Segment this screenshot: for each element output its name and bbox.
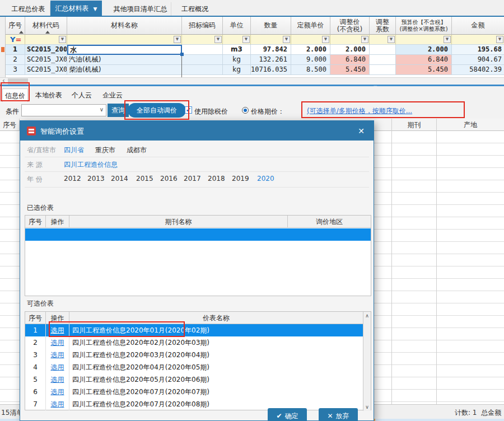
select-link[interactable]: 选用 bbox=[51, 326, 64, 334]
cell-bid[interactable] bbox=[182, 45, 223, 55]
filter-dropdown-icon[interactable]: ▼ bbox=[496, 36, 503, 43]
cell-quota[interactable]: 8.500 bbox=[291, 65, 330, 75]
cancel-button[interactable]: ✕放弃 bbox=[319, 408, 358, 421]
province-option-chengdu[interactable]: 成都市 bbox=[127, 146, 147, 155]
vertical-scrollbar[interactable]: ∧ ∨ bbox=[363, 312, 371, 411]
filter-cell-bid[interactable]: ▼ bbox=[182, 35, 223, 45]
cell-unit[interactable]: m3 bbox=[223, 45, 251, 55]
cell-code[interactable]: SC2015_JX00 bbox=[25, 55, 67, 65]
year-option[interactable]: 2017 bbox=[184, 175, 201, 183]
cell-budget-price[interactable]: 5.450 bbox=[396, 65, 452, 75]
year-option[interactable]: 2016 bbox=[160, 175, 178, 183]
filter-dropdown-icon[interactable]: ▼ bbox=[174, 36, 181, 43]
filter-cell-name[interactable]: ▼ bbox=[67, 35, 182, 45]
cell-name[interactable]: 柴油(机械) bbox=[67, 65, 182, 75]
filter-cell-seq[interactable]: Y= bbox=[6, 35, 25, 45]
query-button[interactable]: 查询 bbox=[108, 104, 129, 117]
table-row[interactable]: 3 SC2015_JX00 柴油(机械) kg 10716.035 8.500 … bbox=[6, 65, 504, 75]
scroll-up-icon[interactable]: ∧ bbox=[363, 312, 371, 320]
tab-enterprise-cloud[interactable]: 企业云 bbox=[101, 88, 124, 102]
filter-dropdown-icon[interactable]: ▼ bbox=[361, 36, 368, 43]
list-item[interactable]: 3 选用 四川工程造价信息2020年03月(2020年04期) bbox=[25, 349, 371, 361]
filter-cell-quota[interactable]: ▼ bbox=[291, 35, 330, 45]
tab-personal-cloud[interactable]: 个人云 bbox=[71, 88, 93, 102]
period-select-link[interactable]: (可选择单/多期价格，按顺序取价... bbox=[307, 106, 412, 116]
cell-amount[interactable]: 904.67 bbox=[452, 55, 504, 65]
chevron-down-icon[interactable]: ▼ bbox=[94, 6, 97, 12]
cell-qty[interactable]: 97.842 bbox=[251, 45, 291, 55]
col-header-budget-price[interactable]: 预算价【不含税】 (调整价×调整系数) bbox=[396, 17, 452, 35]
col-header-origin[interactable]: 产地 bbox=[437, 119, 504, 131]
filter-cell-coef[interactable]: ▼ bbox=[370, 35, 396, 45]
filter-dropdown-icon[interactable]: ▼ bbox=[388, 36, 395, 43]
cell-coef[interactable] bbox=[370, 45, 396, 55]
col-header-seq[interactable]: 序号 bbox=[6, 17, 25, 35]
col-header-adjust-coef[interactable]: 调整 系数 bbox=[370, 17, 396, 35]
tab-project-overview[interactable]: 工程概况 bbox=[175, 2, 215, 16]
filter-cell-unit[interactable]: ▼ bbox=[223, 35, 251, 45]
filter-dropdown-icon[interactable]: ▼ bbox=[59, 36, 66, 43]
filter-cell-code[interactable]: ▼ bbox=[25, 35, 67, 45]
select-link[interactable]: 选用 bbox=[51, 339, 64, 347]
cell-quota[interactable]: 2.000 bbox=[291, 45, 330, 55]
select-link[interactable]: 选用 bbox=[51, 400, 64, 408]
filter-cell-adj[interactable]: ▼ bbox=[330, 35, 370, 45]
edit-cell-handle[interactable] bbox=[180, 53, 184, 56]
selected-empty-row[interactable] bbox=[25, 228, 371, 241]
select-link[interactable]: 选用 bbox=[51, 351, 64, 359]
filter-cell-qty[interactable]: ▼ bbox=[251, 35, 291, 45]
source-value-link[interactable]: 四川工程造价信息 bbox=[64, 160, 118, 170]
list-item[interactable]: 5 选用 四川工程造价信息2020年05月(2020年06期) bbox=[25, 373, 371, 386]
col-header-amount[interactable]: 金额 bbox=[452, 17, 504, 35]
select-link[interactable]: 选用 bbox=[51, 376, 64, 383]
year-option-selected[interactable]: 2020 bbox=[257, 175, 274, 183]
cell-seq[interactable]: 1 bbox=[6, 45, 25, 55]
col-header-bid-code[interactable]: 招标编码 bbox=[182, 17, 223, 35]
list-item[interactable]: 4 选用 四川工程造价信息2020年04月(2020年05期) bbox=[25, 361, 371, 373]
cell-seq[interactable]: 3 bbox=[6, 65, 25, 75]
horizontal-scrollbar[interactable]: ‹ bbox=[0, 77, 504, 85]
table-row[interactable]: 2 SC2015_JX00 汽油(机械) kg 132.261 9.000 6.… bbox=[6, 55, 504, 65]
col-header-unit[interactable]: 单位 bbox=[223, 17, 251, 35]
filter-dropdown-icon[interactable]: ▼ bbox=[444, 36, 451, 43]
filter-cell-budget[interactable]: ▼ bbox=[396, 35, 452, 45]
list-item[interactable]: 6 选用 四川工程造价信息2020年07月(2020年07期) bbox=[25, 386, 371, 398]
cell-quota[interactable]: 9.000 bbox=[291, 55, 330, 65]
cell-seq[interactable]: 2 bbox=[6, 55, 25, 65]
cell-coef[interactable] bbox=[370, 65, 396, 75]
cell-amount[interactable]: 58402.39 bbox=[452, 65, 504, 75]
cell-code[interactable]: SC2015_200 bbox=[25, 45, 67, 55]
year-option[interactable]: 2015 bbox=[136, 175, 153, 183]
filter-dropdown-icon[interactable]: ▼ bbox=[214, 36, 222, 43]
dialog-title-bar[interactable]: 智能询价设置 ✕ bbox=[20, 121, 374, 141]
tab-project-total[interactable]: 工程总价表 bbox=[7, 2, 50, 16]
filter-dropdown-icon[interactable]: ▼ bbox=[242, 36, 250, 43]
cell-unit[interactable]: kg bbox=[223, 55, 251, 65]
cell-qty[interactable]: 10716.035 bbox=[251, 65, 291, 75]
col-header-seq[interactable]: 序号 bbox=[0, 119, 20, 131]
filter-cell-amount[interactable]: ▼ bbox=[452, 35, 504, 45]
scrollbar-thumb[interactable] bbox=[8, 78, 28, 85]
cell-name-editing[interactable]: 水 bbox=[67, 45, 182, 55]
condition-combobox[interactable]: ∨ bbox=[21, 104, 106, 116]
year-option[interactable]: 2014 bbox=[111, 175, 128, 183]
tax-checkbox-label[interactable]: 使用除税价 bbox=[194, 107, 228, 116]
cell-qty[interactable]: 132.261 bbox=[251, 55, 291, 65]
province-option-chongqing[interactable]: 重庆市 bbox=[95, 146, 115, 155]
tab-local-price[interactable]: 本地价表 bbox=[32, 88, 65, 102]
list-item[interactable]: 2 选用 四川工程造价信息2020年02月(2020年03期) bbox=[25, 336, 371, 349]
cell-budget-price[interactable]: 2.000 bbox=[396, 45, 452, 55]
combo-arrow-icon[interactable]: ∨ bbox=[100, 106, 104, 113]
cell-name[interactable]: 汽油(机械) bbox=[67, 55, 182, 65]
cell-adj-price[interactable]: 6.840 bbox=[330, 55, 370, 65]
tab-material-summary[interactable]: 汇总材料表▼ bbox=[50, 1, 102, 17]
cell-bid[interactable] bbox=[182, 65, 223, 75]
cell-unit[interactable]: kg bbox=[223, 65, 251, 75]
filter-dropdown-icon[interactable]: ▼ bbox=[322, 36, 329, 43]
cell-bid[interactable] bbox=[182, 55, 223, 65]
close-icon[interactable]: ✕ bbox=[356, 125, 367, 137]
cell-code[interactable]: SC2015_JX00 bbox=[25, 65, 67, 75]
cell-adj-price[interactable]: 2.000 bbox=[330, 45, 370, 55]
col-header-code[interactable]: 材料代码 bbox=[25, 17, 67, 35]
tab-info-price[interactable]: 信息价 bbox=[2, 88, 28, 102]
